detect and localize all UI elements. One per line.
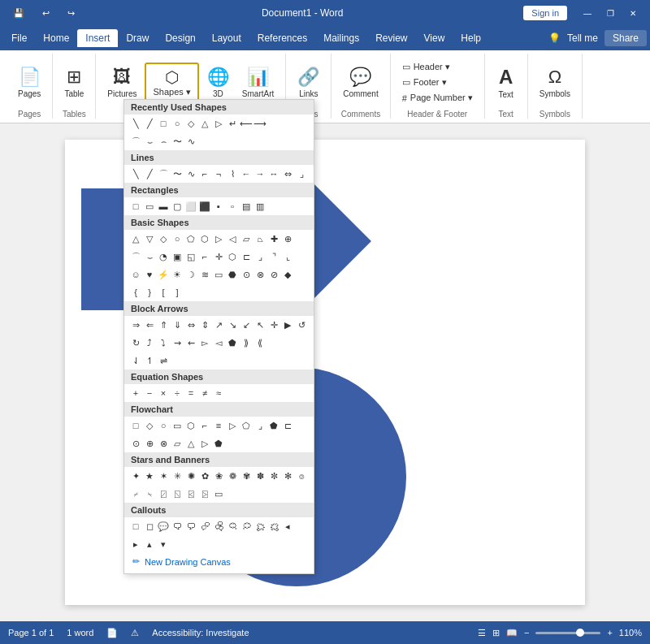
star-4pt[interactable]: ✦ xyxy=(129,469,142,482)
star-24pt[interactable]: ✾ xyxy=(240,469,253,482)
bs-lightning[interactable]: ⚡ xyxy=(157,268,170,281)
co-line-b[interactable]: 🗪 xyxy=(198,520,211,533)
bs-rbrace[interactable]: } xyxy=(143,286,156,299)
star-32pt[interactable]: ✽ xyxy=(254,469,266,482)
line-elbow[interactable]: ⌟ xyxy=(295,167,308,180)
fc-data[interactable]: ▭ xyxy=(171,419,184,432)
header-button[interactable]: ▭ Header ▾ xyxy=(397,60,478,74)
menu-help[interactable]: Help xyxy=(453,29,489,47)
save-button[interactable]: 💾 xyxy=(6,6,31,20)
ba-lr[interactable]: ⇔ xyxy=(184,318,197,331)
eq-times[interactable]: × xyxy=(157,387,170,400)
fc-predefined[interactable]: ⬡ xyxy=(184,419,197,432)
zoom-in-button[interactable]: + xyxy=(607,628,612,638)
co-6[interactable]: ▴ xyxy=(143,538,156,551)
line-step[interactable]: ⌇ xyxy=(226,167,239,180)
bs-bdiamond[interactable]: ◆ xyxy=(281,268,294,281)
ba-dl[interactable]: ↙ xyxy=(240,318,253,331)
line-dbl-arr[interactable]: ⇔ xyxy=(281,167,294,180)
fc-connector[interactable]: ⊕ xyxy=(143,437,156,450)
minimize-button[interactable]: — xyxy=(577,4,598,22)
table-button[interactable]: ⊞ Table xyxy=(59,63,89,102)
ba-curve-r[interactable]: ⤴ xyxy=(143,336,156,349)
star-12pt[interactable]: ❀ xyxy=(212,469,225,482)
menu-references[interactable]: References xyxy=(249,29,315,47)
pages-button[interactable]: 📄 Pages xyxy=(13,63,46,102)
shape-line[interactable]: ╲ xyxy=(129,117,142,130)
ba-sm-1[interactable]: ⇃ xyxy=(129,354,142,367)
ba-quad[interactable]: ✛ xyxy=(267,318,280,331)
bs-fold[interactable]: ⌐ xyxy=(198,250,211,263)
tell-me[interactable]: Tell me xyxy=(567,32,598,44)
fc-stor[interactable]: ⊏ xyxy=(281,419,294,432)
ba-r[interactable]: ⇒ xyxy=(129,318,142,331)
ba-chevron-r[interactable]: ⟫ xyxy=(240,336,253,349)
shape-circle[interactable]: ○ xyxy=(171,117,184,130)
fc-manual[interactable]: ⌟ xyxy=(254,419,266,432)
bs-lpt[interactable]: ◁ xyxy=(226,232,239,245)
bs-cube[interactable]: ⬡ xyxy=(226,250,239,263)
ba-pentagon[interactable]: ⬟ xyxy=(226,336,239,349)
redo-button[interactable]: ↪ xyxy=(61,6,81,20)
banner-up[interactable]: ⌿ xyxy=(129,487,142,500)
co-rect[interactable]: □ xyxy=(129,520,142,533)
co-cloud[interactable]: 🗨 xyxy=(171,520,184,533)
view-reading-icon[interactable]: 📖 xyxy=(506,628,518,638)
bs-snip2[interactable]: ⌝ xyxy=(267,250,280,263)
menu-file[interactable]: File xyxy=(3,29,35,47)
bs-heart[interactable]: ♥ xyxy=(143,268,156,281)
share-button[interactable]: Share xyxy=(604,30,647,46)
menu-mailings[interactable]: Mailings xyxy=(315,29,367,47)
links-button[interactable]: 🔗 Links xyxy=(292,63,324,102)
star-8pt[interactable]: ✺ xyxy=(184,469,197,482)
co-3[interactable]: 🗯 xyxy=(267,520,280,533)
shape-left-arr[interactable]: ⟵ xyxy=(240,117,253,130)
rect-8[interactable]: ▫ xyxy=(226,200,239,213)
bs-para[interactable]: ▱ xyxy=(240,232,253,245)
line-wave[interactable]: 〜 xyxy=(171,167,184,180)
shape-arrow-right[interactable]: ▷ xyxy=(212,117,225,130)
ba-ur[interactable]: ↗ xyxy=(212,318,225,331)
line-bend-l[interactable]: ⌐ xyxy=(198,167,211,180)
rect-4[interactable]: ▢ xyxy=(171,200,184,213)
signin-button[interactable]: Sign in xyxy=(523,6,567,20)
co-acc-b[interactable]: 🗬 xyxy=(226,520,239,533)
fc-ofpage[interactable]: ⊗ xyxy=(157,437,170,450)
eq-div[interactable]: ÷ xyxy=(171,387,184,400)
rect-5[interactable]: ⬜ xyxy=(184,200,197,213)
menu-draw[interactable]: Draw xyxy=(118,29,157,47)
close-button[interactable]: ✕ xyxy=(622,4,644,22)
ba-cw[interactable]: ↺ xyxy=(295,318,308,331)
ba-chevron-l[interactable]: ⟪ xyxy=(254,336,266,349)
co-rnd[interactable]: ◻ xyxy=(143,520,156,533)
ba-callout-l[interactable]: ◅ xyxy=(212,336,225,349)
eq-plus[interactable]: + xyxy=(129,387,142,400)
bs-donut[interactable]: ⊗ xyxy=(254,268,266,281)
rect-3[interactable]: ▬ xyxy=(157,200,170,213)
ba-ul[interactable]: ↖ xyxy=(254,318,266,331)
bs-wave[interactable]: ≋ xyxy=(198,268,211,281)
eq-minus[interactable]: − xyxy=(143,387,156,400)
more-illustrations-button[interactable]: 🌐 3D xyxy=(202,63,234,102)
zoom-out-button[interactable]: − xyxy=(524,628,529,638)
ba-l[interactable]: ⇐ xyxy=(143,318,156,331)
bs-trap[interactable]: ⏢ xyxy=(254,232,266,245)
ba-ccw[interactable]: ↻ xyxy=(129,336,142,349)
line-arc[interactable]: ⌒ xyxy=(157,167,170,180)
star-5pt[interactable]: ★ xyxy=(143,469,156,482)
banner-wave-v[interactable]: ⍂ xyxy=(171,487,184,500)
view-web-icon[interactable]: ⊞ xyxy=(492,628,500,638)
shape-wave[interactable]: ⌒ xyxy=(129,135,142,148)
fc-decision[interactable]: ◇ xyxy=(143,419,156,432)
bs-sun[interactable]: ☀ xyxy=(171,268,184,281)
bs-nosmbol[interactable]: ⊘ xyxy=(267,268,280,281)
rect-7[interactable]: ▪ xyxy=(212,200,225,213)
bs-rbrack[interactable]: ] xyxy=(171,286,184,299)
banner-wave-h[interactable]: ⍁ xyxy=(157,487,170,500)
shape-fwd-slash[interactable]: ╱ xyxy=(143,117,156,130)
shape-long-arr[interactable]: ⟶ xyxy=(254,117,266,130)
restore-button[interactable]: ❐ xyxy=(600,4,621,22)
undo-button[interactable]: ↩ xyxy=(36,6,56,20)
symbols-button[interactable]: Ω Symbols xyxy=(535,63,575,102)
eq-approx[interactable]: ≈ xyxy=(212,387,225,400)
